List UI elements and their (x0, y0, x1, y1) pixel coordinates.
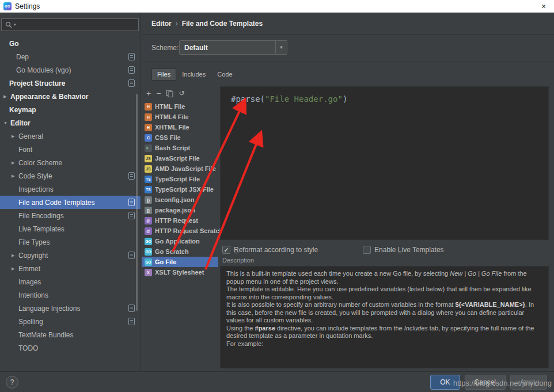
enable-live-templates-checkbox[interactable] (363, 246, 371, 254)
sidebar-item-copyright[interactable]: ▶Copyright (0, 249, 141, 262)
sidebar-item-emmet[interactable]: ▶Emmet (0, 262, 141, 275)
sidebar-item-inspections[interactable]: Inspections (0, 182, 141, 196)
chevron-down-icon[interactable]: ▼ (275, 41, 287, 54)
sidebar-item-label: Color Scheme (18, 159, 62, 167)
sidebar-item-editor[interactable]: ▼Editor (0, 116, 141, 130)
template-list-toolbar: + − ↺ (142, 86, 218, 100)
template-item-label: package.json (155, 207, 195, 214)
sidebar-item-label: TextMate Bundles (18, 331, 73, 339)
sidebar-item-go-modules-vgo[interactable]: Go Modules (vgo) (0, 63, 141, 77)
template-item-http-request-scratch[interactable]: @HTTP Request Scratch (142, 226, 218, 236)
close-icon[interactable]: × (533, 0, 554, 12)
sidebar-item-live-templates[interactable]: Live Templates (0, 222, 141, 235)
template-item-xhtml-file[interactable]: HXHTML File (142, 122, 218, 132)
titlebar: GO Settings × (0, 0, 554, 13)
chevron-right-icon[interactable]: ▶ (12, 253, 18, 258)
template-item-go-file[interactable]: GOGo File (142, 257, 218, 267)
template-item-package-json[interactable]: {}package.json (142, 205, 218, 215)
sidebar-item-label: Intentions (18, 291, 48, 299)
description-section-label: Description (222, 257, 254, 264)
go-file-icon: GO (145, 258, 152, 266)
add-template-button[interactable]: + (146, 89, 151, 97)
sidebar-item-code-style[interactable]: ▶Code Style (0, 169, 141, 182)
tab-files[interactable]: Files (151, 68, 176, 81)
sidebar-item-font[interactable]: Font (0, 143, 141, 156)
sidebar-item-label: Keymap (9, 106, 36, 114)
description-paragraph: Using the #parse directive, you can incl… (226, 325, 542, 340)
template-item-label: AMD JavaScript File (155, 165, 216, 172)
sidebar-item-todo[interactable]: TODO (0, 341, 141, 355)
template-editor[interactable]: #parse("File Header.go") (220, 86, 549, 240)
enable-live-templates-option[interactable]: Enable Live Templates (363, 246, 444, 254)
sidebar-item-general[interactable]: ▶General (0, 130, 141, 143)
chevron-right-icon[interactable]: ▶ (3, 94, 10, 99)
remove-template-button[interactable]: − (156, 89, 161, 97)
template-item-label: JavaScript File (155, 155, 200, 162)
template-item-label: HTTP Request Scratch (155, 227, 223, 234)
template-item-amd-javascript-file[interactable]: JSAMD JavaScript File (142, 163, 218, 174)
template-item-javascript-file[interactable]: JSJavaScript File (142, 153, 218, 163)
help-button[interactable]: ? (6, 376, 18, 389)
sidebar-item-file-types[interactable]: File Types (0, 235, 141, 249)
tab-code[interactable]: Code (211, 68, 238, 81)
chevron-down-icon[interactable]: ▼ (3, 121, 10, 125)
sidebar-item-file-and-code-templates[interactable]: File and Code Templates (0, 196, 141, 209)
chevron-right-icon[interactable]: ▶ (12, 134, 18, 139)
template-item-label: CSS File (155, 134, 181, 141)
reformat-checkbox[interactable]: ✓ (222, 246, 230, 254)
template-item-html-file[interactable]: HHTML File (142, 101, 218, 112)
settings-window: GO Settings × ▾ GoDepGo Modules (vgo)Pro… (0, 0, 554, 392)
sidebar-item-textmate-bundles[interactable]: TextMate Bundles (0, 328, 141, 341)
template-item-typescript-jsx-file[interactable]: TSTypeScript JSX File (142, 184, 218, 195)
sidebar-item-language-injections[interactable]: Language Injections (0, 302, 141, 315)
template-item-label: XSLT Stylesheet (155, 269, 204, 276)
reset-template-button[interactable]: ↺ (179, 89, 184, 97)
sidebar-item-intentions[interactable]: Intentions (0, 288, 141, 302)
copy-template-button[interactable] (166, 90, 173, 97)
sidebar-item-appearance-behavior[interactable]: ▶Appearance & Behavior (0, 90, 141, 103)
chevron-right-icon[interactable]: ▶ (12, 174, 18, 178)
settings-tree: GoDepGo Modules (vgo)Project Structure▶A… (0, 35, 141, 371)
sidebar-item-label: Editor (10, 119, 31, 127)
template-item-go-scratch[interactable]: GOGo Scratch (142, 246, 218, 257)
sidebar-item-color-scheme[interactable]: ▶Color Scheme (0, 156, 141, 169)
template-item-tsconfig-json[interactable]: {}tsconfig.json (142, 195, 218, 205)
sidebar-item-project-structure[interactable]: Project Structure (0, 77, 141, 90)
sidebar-item-label: Inspections (18, 185, 54, 193)
scheme-select[interactable]: Default ▼ (179, 40, 287, 55)
search-options-caret-icon[interactable]: ▾ (14, 22, 16, 27)
description-paragraph: The template is editable. Here you can u… (226, 286, 542, 301)
per-project-settings-icon (128, 212, 135, 219)
settings-search-input[interactable] (18, 21, 135, 29)
settings-search-box[interactable]: ▾ (1, 18, 139, 31)
go-file-icon: GO (145, 248, 152, 256)
template-item-bash-script[interactable]: >_Bash Script (142, 143, 218, 153)
sidebar-item-images[interactable]: Images (0, 275, 141, 288)
template-item-go-application[interactable]: GOGo Application (142, 236, 218, 246)
description-paragraph: It is also possible to specify an arbitr… (226, 301, 542, 325)
chevron-right-icon[interactable]: ▶ (12, 267, 18, 271)
json-file-icon: {} (145, 207, 152, 214)
sidebar-item-label: File Encodings (18, 212, 64, 220)
code-token: #parse( (231, 94, 265, 104)
sidebar-item-dep[interactable]: Dep (0, 50, 141, 63)
reformat-checkbox-label: Reformat according to style (234, 246, 318, 254)
template-item-http-request[interactable]: @HTTP Request (142, 215, 218, 226)
reformat-option[interactable]: ✓Reformat according to style (222, 246, 318, 254)
sidebar-item-spelling[interactable]: Spelling (0, 315, 141, 328)
breadcrumb: Editor › File and Code Templates (142, 13, 554, 35)
template-item-typescript-file[interactable]: TSTypeScript File (142, 174, 218, 184)
per-project-settings-icon (128, 53, 135, 60)
sidebar-scrollbar[interactable] (136, 94, 138, 311)
chevron-right-icon[interactable]: ▶ (12, 161, 18, 165)
ts-file-icon: TS (145, 186, 152, 193)
sidebar-item-keymap[interactable]: Keymap (0, 103, 141, 116)
template-item-label: TypeScript JSX File (155, 186, 214, 193)
template-item-css-file[interactable]: CCSS File (142, 132, 218, 143)
template-item-xslt-stylesheet[interactable]: XXSLT Stylesheet (142, 267, 218, 277)
tab-includes[interactable]: Includes (176, 68, 211, 81)
breadcrumb-section[interactable]: Editor (151, 20, 172, 28)
sidebar-item-go[interactable]: Go (0, 37, 141, 50)
sidebar-item-file-encodings[interactable]: File Encodings (0, 209, 141, 222)
template-item-html4-file[interactable]: HHTML4 File (142, 112, 218, 122)
